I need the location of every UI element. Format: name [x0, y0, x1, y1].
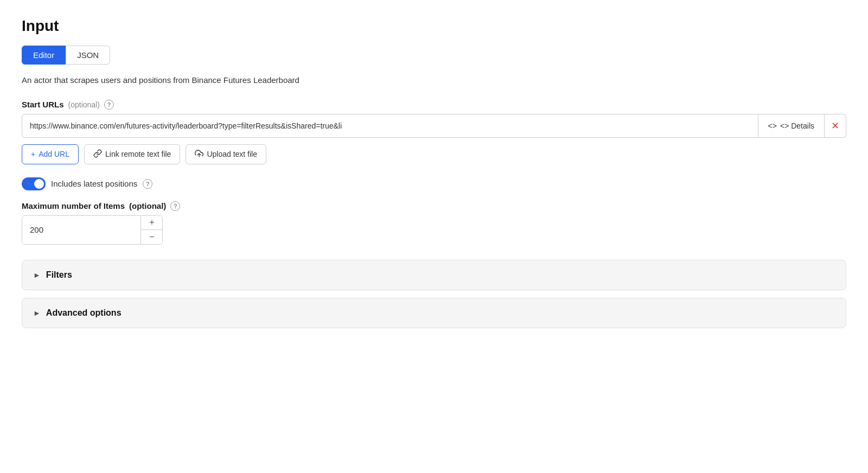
url-row: <> <> Details ✕: [22, 114, 846, 138]
stepper-buttons: + −: [141, 216, 163, 244]
max-items-label: Maximum number of Items: [22, 201, 125, 210]
description-text: An actor that scrapes users and position…: [22, 74, 846, 87]
includes-latest-toggle[interactable]: [22, 177, 46, 190]
max-items-input[interactable]: [22, 216, 141, 244]
max-items-section: Maximum number of Items (optional) ? + −: [22, 201, 846, 245]
plus-icon: +: [31, 150, 35, 158]
tab-json[interactable]: JSON: [66, 46, 110, 65]
link-icon: [93, 149, 102, 159]
plus-icon: +: [149, 218, 154, 227]
upload-text-button[interactable]: Upload text file: [186, 144, 266, 164]
max-items-label-row: Maximum number of Items (optional) ?: [22, 201, 846, 211]
add-url-label: Add URL: [39, 150, 69, 158]
remove-url-button[interactable]: ✕: [825, 114, 846, 138]
includes-latest-label: Includes latest positions: [51, 179, 137, 188]
filters-chevron-icon: ►: [33, 271, 41, 279]
max-items-help-icon[interactable]: ?: [170, 201, 180, 211]
includes-latest-row: Includes latest positions ?: [22, 177, 846, 190]
start-urls-help-icon[interactable]: ?: [104, 100, 114, 110]
decrement-button[interactable]: −: [141, 230, 163, 244]
max-items-stepper: + −: [22, 215, 163, 245]
max-items-optional: (optional): [129, 201, 166, 210]
close-icon: ✕: [831, 120, 839, 132]
url-input[interactable]: [22, 114, 758, 138]
minus-icon: −: [149, 232, 154, 242]
details-button[interactable]: <> <> Details: [758, 114, 825, 138]
advanced-options-label: Advanced options: [46, 308, 122, 318]
link-remote-label: Link remote text file: [105, 150, 171, 158]
upload-icon: [195, 149, 203, 159]
includes-latest-help-icon[interactable]: ?: [143, 179, 152, 189]
action-buttons: + Add URL Link remote text file Upload t…: [22, 144, 846, 164]
start-urls-label: Start URLs: [22, 100, 64, 109]
filters-label: Filters: [46, 270, 72, 280]
start-urls-label-row: Start URLs (optional) ?: [22, 100, 846, 110]
details-button-label: <> Details: [780, 122, 814, 130]
add-url-button[interactable]: + Add URL: [22, 144, 79, 164]
page-title: Input: [22, 17, 846, 35]
increment-button[interactable]: +: [141, 216, 163, 230]
tab-editor[interactable]: Editor: [22, 46, 66, 65]
advanced-options-chevron-icon: ►: [33, 309, 41, 317]
code-brackets-icon: <>: [768, 122, 777, 130]
advanced-options-section[interactable]: ► Advanced options: [22, 298, 846, 328]
upload-text-label: Upload text file: [207, 150, 257, 158]
link-remote-button[interactable]: Link remote text file: [84, 144, 180, 164]
filters-section[interactable]: ► Filters: [22, 260, 846, 290]
tab-group: Editor JSON: [22, 46, 846, 65]
start-urls-optional: (optional): [68, 100, 100, 109]
